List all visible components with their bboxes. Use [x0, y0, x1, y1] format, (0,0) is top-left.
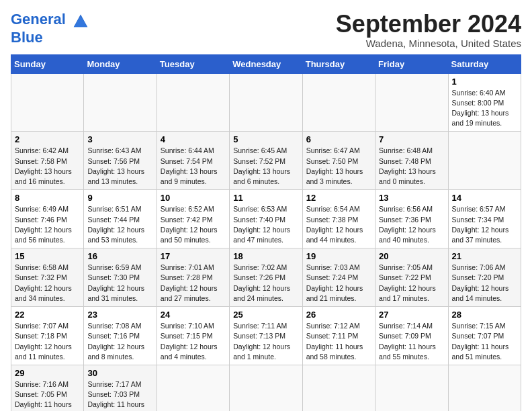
calendar-cell: 17Sunrise: 7:01 AM Sunset: 7:28 PM Dayli… [157, 248, 229, 307]
calendar-cell: 5Sunrise: 6:45 AM Sunset: 7:52 PM Daylig… [230, 132, 302, 190]
day-info: Sunrise: 7:16 AM Sunset: 7:05 PM Dayligh… [15, 379, 80, 411]
day-info: Sunrise: 6:56 AM Sunset: 7:36 PM Dayligh… [379, 204, 444, 245]
col-header-tuesday: Tuesday [157, 54, 229, 73]
calendar-cell: 10Sunrise: 6:52 AM Sunset: 7:42 PM Dayli… [157, 190, 229, 248]
day-number: 3 [87, 134, 152, 144]
day-number: 25 [233, 310, 298, 320]
day-number: 19 [306, 251, 371, 261]
calendar-cell [375, 365, 448, 411]
calendar-cell: 30Sunrise: 7:17 AM Sunset: 7:03 PM Dayli… [84, 365, 157, 411]
day-info: Sunrise: 7:05 AM Sunset: 7:22 PM Dayligh… [379, 263, 444, 304]
calendar-cell: 11Sunrise: 6:53 AM Sunset: 7:40 PM Dayli… [230, 190, 302, 248]
calendar-cell [448, 132, 521, 190]
day-info: Sunrise: 6:45 AM Sunset: 7:52 PM Dayligh… [233, 146, 298, 187]
day-number: 8 [15, 193, 80, 203]
calendar-cell: 13Sunrise: 6:56 AM Sunset: 7:36 PM Dayli… [375, 190, 448, 248]
calendar-cell: 20Sunrise: 7:05 AM Sunset: 7:22 PM Dayli… [375, 248, 448, 307]
day-info: Sunrise: 6:42 AM Sunset: 7:58 PM Dayligh… [15, 146, 80, 187]
calendar-cell [84, 73, 157, 132]
day-info: Sunrise: 7:03 AM Sunset: 7:24 PM Dayligh… [306, 263, 371, 304]
calendar-cell: 23Sunrise: 7:08 AM Sunset: 7:16 PM Dayli… [84, 307, 157, 365]
calendar-table: SundayMondayTuesdayWednesdayThursdayFrid… [11, 54, 521, 411]
day-number: 11 [233, 193, 298, 203]
calendar-cell [375, 73, 448, 132]
calendar-cell: 27Sunrise: 7:14 AM Sunset: 7:09 PM Dayli… [375, 307, 448, 365]
calendar-cell: 26Sunrise: 7:12 AM Sunset: 7:11 PM Dayli… [302, 307, 375, 365]
day-number: 9 [87, 193, 152, 203]
day-number: 7 [379, 134, 444, 144]
col-header-wednesday: Wednesday [230, 54, 302, 73]
day-number: 10 [161, 193, 226, 203]
day-info: Sunrise: 6:52 AM Sunset: 7:42 PM Dayligh… [161, 204, 226, 245]
calendar-cell: 2Sunrise: 6:42 AM Sunset: 7:58 PM Daylig… [11, 132, 84, 190]
day-number: 21 [452, 251, 517, 261]
day-info: Sunrise: 6:59 AM Sunset: 7:30 PM Dayligh… [87, 263, 152, 304]
col-header-sunday: Sunday [11, 54, 84, 73]
calendar-cell [448, 365, 521, 411]
calendar-cell: 6Sunrise: 6:47 AM Sunset: 7:50 PM Daylig… [302, 132, 375, 190]
day-number: 6 [306, 134, 371, 144]
day-info: Sunrise: 7:17 AM Sunset: 7:03 PM Dayligh… [87, 379, 152, 411]
logo-icon [71, 11, 90, 30]
col-header-saturday: Saturday [448, 54, 521, 73]
calendar-cell: 3Sunrise: 6:43 AM Sunset: 7:56 PM Daylig… [84, 132, 157, 190]
logo-blue: Blue [11, 29, 43, 46]
calendar-cell: 25Sunrise: 7:11 AM Sunset: 7:13 PM Dayli… [230, 307, 302, 365]
day-number: 17 [161, 251, 226, 261]
day-info: Sunrise: 7:07 AM Sunset: 7:18 PM Dayligh… [15, 321, 80, 362]
day-number: 18 [233, 251, 298, 261]
calendar-cell [230, 73, 302, 132]
calendar-cell: 24Sunrise: 7:10 AM Sunset: 7:15 PM Dayli… [157, 307, 229, 365]
calendar-cell [157, 73, 229, 132]
day-number: 13 [379, 193, 444, 203]
day-info: Sunrise: 6:53 AM Sunset: 7:40 PM Dayligh… [233, 204, 298, 245]
day-info: Sunrise: 7:15 AM Sunset: 7:07 PM Dayligh… [452, 321, 517, 362]
month-title: September 2024 [336, 11, 521, 38]
calendar-cell: 28Sunrise: 7:15 AM Sunset: 7:07 PM Dayli… [448, 307, 521, 365]
calendar-cell: 9Sunrise: 6:51 AM Sunset: 7:44 PM Daylig… [84, 190, 157, 248]
calendar-cell [302, 365, 375, 411]
calendar-cell: 29Sunrise: 7:16 AM Sunset: 7:05 PM Dayli… [11, 365, 84, 411]
day-info: Sunrise: 7:10 AM Sunset: 7:15 PM Dayligh… [161, 321, 226, 362]
day-info: Sunrise: 7:11 AM Sunset: 7:13 PM Dayligh… [233, 321, 298, 362]
title-block: September 2024 Wadena, Minnesota, United… [336, 11, 521, 49]
day-info: Sunrise: 6:58 AM Sunset: 7:32 PM Dayligh… [15, 263, 80, 304]
calendar-cell: 14Sunrise: 6:57 AM Sunset: 7:34 PM Dayli… [448, 190, 521, 248]
calendar-cell [230, 365, 302, 411]
logo-general: General [11, 11, 66, 28]
day-info: Sunrise: 7:12 AM Sunset: 7:11 PM Dayligh… [306, 321, 371, 362]
day-number: 27 [379, 310, 444, 320]
day-number: 22 [15, 310, 80, 320]
day-number: 29 [15, 368, 80, 378]
day-number: 15 [15, 251, 80, 261]
day-number: 12 [306, 193, 371, 203]
day-number: 24 [161, 310, 226, 320]
day-info: Sunrise: 6:51 AM Sunset: 7:44 PM Dayligh… [87, 204, 152, 245]
location-label: Wadena, Minnesota, United States [336, 38, 521, 49]
svg-marker-1 [74, 15, 88, 27]
day-number: 14 [452, 193, 517, 203]
calendar-cell [157, 365, 229, 411]
day-number: 16 [87, 251, 152, 261]
col-header-thursday: Thursday [302, 54, 375, 73]
day-number: 30 [87, 368, 152, 378]
day-number: 5 [233, 134, 298, 144]
day-number: 2 [15, 134, 80, 144]
calendar-cell: 21Sunrise: 7:06 AM Sunset: 7:20 PM Dayli… [448, 248, 521, 307]
calendar-cell: 22Sunrise: 7:07 AM Sunset: 7:18 PM Dayli… [11, 307, 84, 365]
calendar-cell [11, 73, 84, 132]
calendar-cell: 19Sunrise: 7:03 AM Sunset: 7:24 PM Dayli… [302, 248, 375, 307]
day-info: Sunrise: 6:54 AM Sunset: 7:38 PM Dayligh… [306, 204, 371, 245]
calendar-cell: 4Sunrise: 6:44 AM Sunset: 7:54 PM Daylig… [157, 132, 229, 190]
calendar-cell: 16Sunrise: 6:59 AM Sunset: 7:30 PM Dayli… [84, 248, 157, 307]
day-number: 4 [161, 134, 226, 144]
day-info: Sunrise: 7:01 AM Sunset: 7:28 PM Dayligh… [161, 263, 226, 304]
calendar-cell: 8Sunrise: 6:49 AM Sunset: 7:46 PM Daylig… [11, 190, 84, 248]
day-number: 1 [452, 77, 517, 87]
col-header-friday: Friday [375, 54, 448, 73]
calendar-cell [302, 73, 375, 132]
day-info: Sunrise: 6:47 AM Sunset: 7:50 PM Dayligh… [306, 146, 371, 187]
page-header: General Blue September 2024 Wadena, Minn… [11, 11, 521, 49]
calendar-cell: 15Sunrise: 6:58 AM Sunset: 7:32 PM Dayli… [11, 248, 84, 307]
calendar-cell: 18Sunrise: 7:02 AM Sunset: 7:26 PM Dayli… [230, 248, 302, 307]
